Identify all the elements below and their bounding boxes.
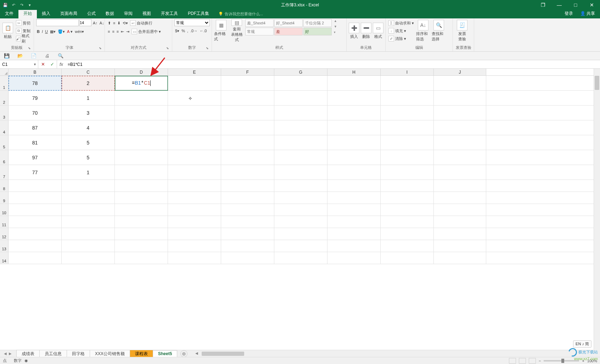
cell-J10[interactable] xyxy=(434,204,486,216)
cell-J2[interactable] xyxy=(434,91,486,105)
phonetic-button[interactable]: wén▾ xyxy=(74,28,85,35)
percent-icon[interactable]: % xyxy=(181,27,186,35)
cell-B7[interactable]: 77 xyxy=(9,165,62,180)
cell-J12[interactable] xyxy=(434,228,486,240)
cell-C1[interactable]: 2 xyxy=(62,76,115,90)
cell-I11[interactable] xyxy=(381,216,434,228)
cell-I2[interactable] xyxy=(381,91,434,105)
tab-home[interactable]: 开始 xyxy=(18,9,37,18)
cell-C14[interactable] xyxy=(62,252,115,264)
formula-input[interactable]: =B1*C1 xyxy=(66,60,600,68)
cell-H2[interactable] xyxy=(327,91,381,105)
cell-E1[interactable] xyxy=(168,76,221,90)
cell-C8[interactable] xyxy=(62,180,115,192)
qat-preview-icon[interactable]: 🔍 xyxy=(57,53,64,59)
cell-D14[interactable] xyxy=(115,252,168,264)
cell-I8[interactable] xyxy=(381,180,434,192)
cell-H3[interactable] xyxy=(327,106,381,120)
cell-G13[interactable] xyxy=(274,240,327,252)
invoice-verify-button[interactable]: 🧾发票 查验 xyxy=(455,19,469,42)
cell-D7[interactable] xyxy=(115,165,168,180)
style-bad-sheet4[interactable]: 差_Sheet4 xyxy=(245,19,274,27)
decrease-font-icon[interactable]: A↓ xyxy=(99,19,105,27)
font-launcher[interactable]: ⬊ xyxy=(98,46,102,51)
view-pagebreak-icon[interactable] xyxy=(529,358,536,364)
orientation-icon[interactable]: ⟲▾ xyxy=(122,19,129,27)
cell-F1[interactable] xyxy=(221,76,274,90)
cell-H1[interactable] xyxy=(327,76,381,90)
horizontal-scrollbar[interactable]: ◀▶ xyxy=(202,351,594,356)
add-sheet-button[interactable]: ⊕ xyxy=(180,350,187,357)
border-button[interactable]: ▦▾ xyxy=(49,28,56,35)
cell-C3[interactable]: 3 xyxy=(62,106,115,120)
qat-save-icon[interactable]: 💾 xyxy=(1,1,9,9)
row-head-12[interactable]: 12 xyxy=(0,228,9,240)
cell-G7[interactable] xyxy=(274,165,327,180)
ime-indicator[interactable]: EN ♪ 简 xyxy=(573,340,591,348)
row-head-1[interactable]: 1 xyxy=(0,76,9,90)
cell-H14[interactable] xyxy=(327,252,381,264)
fx-button[interactable]: fx xyxy=(57,60,66,68)
col-head-D[interactable]: D xyxy=(115,69,168,75)
tab-review[interactable]: 审阅 xyxy=(119,9,138,18)
row-head-11[interactable]: 11 xyxy=(0,216,9,228)
tab-formula[interactable]: 公式 xyxy=(82,9,101,18)
qat-print-icon[interactable]: 🖨 xyxy=(44,53,50,59)
row-head-7[interactable]: 7 xyxy=(0,165,9,180)
cell-D11[interactable] xyxy=(115,216,168,228)
comma-icon[interactable]: , xyxy=(186,27,189,35)
align-center-icon[interactable]: ≡ xyxy=(111,28,115,35)
font-size-input[interactable] xyxy=(79,19,91,26)
sheet-tab-1[interactable]: 员工信息 xyxy=(39,350,67,358)
cell-E7[interactable] xyxy=(168,165,221,180)
indent-dec-icon[interactable]: ⇤ xyxy=(120,28,125,35)
tab-insert[interactable]: 插入 xyxy=(37,9,55,18)
view-normal-icon[interactable] xyxy=(509,358,516,364)
cell-C12[interactable] xyxy=(62,228,115,240)
sheet-nav-prev[interactable]: ◀ xyxy=(3,352,8,356)
cell-J13[interactable] xyxy=(434,240,486,252)
cell-H13[interactable] xyxy=(327,240,381,252)
cell-B5[interactable]: 81 xyxy=(9,135,62,150)
sheet-tab-0[interactable]: 成绩表 xyxy=(16,350,40,358)
cell-B1[interactable]: 78 xyxy=(9,76,62,90)
cell-I12[interactable] xyxy=(381,228,434,240)
cancel-formula-button[interactable]: ✕ xyxy=(38,62,47,67)
cell-B12[interactable] xyxy=(9,228,62,240)
cell-D8[interactable] xyxy=(115,180,168,192)
sheet-tab-3[interactable]: XXX公司销售额 xyxy=(90,350,130,358)
cell-F11[interactable] xyxy=(221,216,274,228)
style-thousand[interactable]: 千位分隔 2 xyxy=(303,19,332,27)
cell-D6[interactable] xyxy=(115,150,168,165)
cell-C4[interactable]: 4 xyxy=(62,120,115,135)
cell-D2[interactable] xyxy=(115,91,168,105)
cell-I10[interactable] xyxy=(381,204,434,216)
share-button[interactable]: 👤 共享 xyxy=(577,9,599,18)
cell-J1[interactable] xyxy=(434,76,486,90)
cell-J8[interactable] xyxy=(434,180,486,192)
cell-B14[interactable] xyxy=(9,252,62,264)
col-head-G[interactable]: G xyxy=(274,69,327,75)
col-head-H[interactable]: H xyxy=(327,69,381,75)
cell-D1[interactable]: =B1*C1 xyxy=(115,76,168,90)
cell-E8[interactable] xyxy=(168,180,221,192)
cell-G5[interactable] xyxy=(274,135,327,150)
cell-E6[interactable] xyxy=(168,150,221,165)
align-bottom-icon[interactable]: ⬇ xyxy=(117,19,121,27)
zoom-out-button[interactable]: − xyxy=(539,359,541,363)
name-box[interactable]: C1▼ xyxy=(0,60,38,68)
cell-H9[interactable] xyxy=(327,192,381,204)
cell-J9[interactable] xyxy=(434,192,486,204)
cell-F6[interactable] xyxy=(221,150,274,165)
inc-decimal-icon[interactable]: .0→ xyxy=(190,27,198,35)
sheet-nav-next[interactable]: ▶ xyxy=(8,352,13,356)
cell-H4[interactable] xyxy=(327,120,381,135)
tab-view[interactable]: 视图 xyxy=(138,9,156,18)
tell-me[interactable]: 💡 告诉我您想要做什么... xyxy=(218,11,263,18)
cell-H12[interactable] xyxy=(327,228,381,240)
cell-G3[interactable] xyxy=(274,106,327,120)
cell-E12[interactable] xyxy=(168,228,221,240)
cell-D9[interactable] xyxy=(115,192,168,204)
table-format-button[interactable]: ▤套用 表格格式 xyxy=(230,19,244,42)
cell-I5[interactable] xyxy=(381,135,434,150)
